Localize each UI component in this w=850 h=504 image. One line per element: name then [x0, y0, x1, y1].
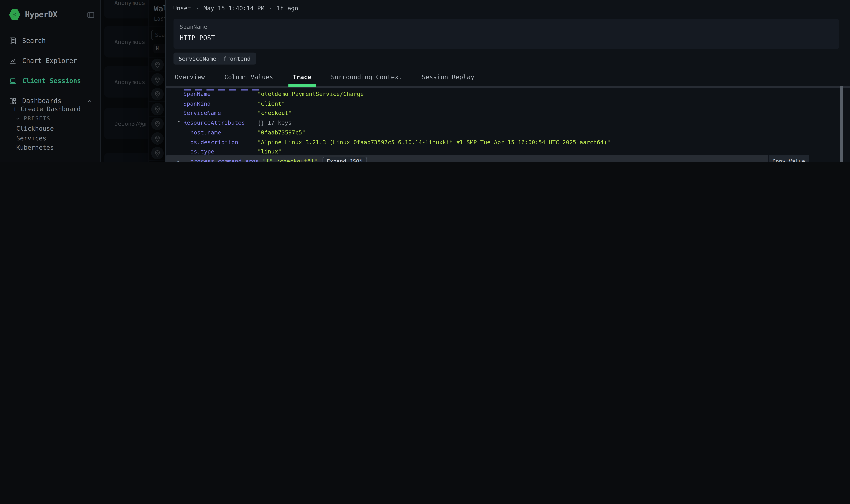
- sidebar-preset-kubernetes[interactable]: Kubernetes: [16, 144, 54, 151]
- tab-surrounding-context[interactable]: Surrounding Context: [331, 73, 402, 81]
- trace-attribute-row-os.type[interactable]: os.type"linux": [166, 147, 850, 156]
- attribute-value: "checkout": [257, 110, 292, 116]
- app-title: HyperDX: [25, 10, 57, 20]
- dashboard-icon: [9, 96, 17, 105]
- plus-icon: +: [13, 105, 17, 113]
- presets-label: PRESETS: [24, 115, 51, 121]
- chevron-down-icon: [15, 116, 21, 121]
- event-header: Unset · May 15 1:40:14 PM · 1h ago: [173, 5, 298, 12]
- sidebar-item-label: Dashboards: [22, 97, 61, 105]
- attribute-value: "Client": [257, 100, 285, 107]
- tab-overview[interactable]: Overview: [175, 73, 205, 81]
- span-name-card: SpanName HTTP POST: [173, 19, 839, 49]
- attribute-value: "0faab73597c5": [257, 129, 305, 135]
- attribute-key: os.description: [166, 139, 254, 145]
- chevron-up-icon: [87, 98, 93, 104]
- sidebar-nav: SearchChart ExplorerClient SessionsDashb…: [0, 33, 100, 109]
- attribute-key: process.command_args: [166, 158, 259, 162]
- trace-attribute-row-ResourceAttributes[interactable]: ▾ResourceAttributes{}17 keys: [166, 118, 850, 127]
- collapse-sidebar-icon[interactable]: [87, 11, 95, 19]
- chart-icon: [9, 56, 17, 65]
- scrollbar-thumb[interactable]: [840, 86, 843, 162]
- span-name-value: HTTP POST: [180, 34, 833, 42]
- sidebar-item-client-sessions[interactable]: Client Sessions: [0, 73, 100, 89]
- sidebar-item-label: Search: [22, 37, 46, 44]
- sidebar-item-label: Client Sessions: [22, 77, 81, 85]
- span-name-label: SpanName: [180, 23, 833, 30]
- sidebar-item-search[interactable]: Search: [0, 33, 100, 49]
- sidebar-divider: [0, 100, 101, 100]
- trace-attribute-row-ServiceName[interactable]: ServiceName"checkout": [166, 108, 850, 118]
- trace-attribute-row-process.command_args[interactable]: ▸process.command_args"["./checkout"]"Exp…: [166, 156, 850, 162]
- attribute-meta: {}17 keys: [257, 119, 292, 126]
- tab-session-replay[interactable]: Session Replay: [422, 73, 474, 81]
- search-log-icon: [9, 36, 17, 45]
- relative-time: 1h ago: [277, 5, 299, 12]
- logo-row: ⚡ HyperDX: [9, 8, 95, 22]
- attribute-key: SpanName: [166, 91, 254, 97]
- attribute-value: "linux": [257, 148, 282, 155]
- expand-json-button[interactable]: Expand JSON: [322, 157, 367, 162]
- attribute-value: "oteldemo.PaymentService/Charge": [257, 91, 367, 97]
- laptop-icon: [9, 76, 17, 85]
- scrollbar[interactable]: [840, 86, 843, 162]
- attribute-key: os.type: [166, 148, 254, 155]
- sidebar-item-label: Chart Explorer: [22, 57, 77, 65]
- tab-bar: OverviewColumn ValuesTraceSurrounding Co…: [175, 69, 474, 85]
- trace-attribute-row-SpanName[interactable]: SpanName"oteldemo.PaymentService/Charge": [166, 89, 850, 98]
- sidebar-preset-clickhouse[interactable]: Clickhouse: [16, 125, 54, 132]
- attribute-value: "["./checkout"]": [263, 158, 318, 162]
- tab-trace[interactable]: Trace: [293, 73, 311, 81]
- hyperdx-lightning-logo-icon: ⚡: [9, 9, 21, 21]
- attribute-key: SpanKind: [166, 100, 254, 107]
- attribute-value: "Alpine Linux 3.21.3 (Linux 0faab73597c5…: [257, 139, 610, 145]
- tab-column-values[interactable]: Column Values: [224, 73, 273, 81]
- presets-toggle[interactable]: PRESETS: [15, 115, 51, 121]
- event-timestamp: May 15 1:40:14 PM: [203, 5, 265, 12]
- sidebar-item-chart-explorer[interactable]: Chart Explorer: [0, 53, 100, 69]
- trace-attribute-row-os.description[interactable]: os.description"Alpine Linux 3.21.3 (Linu…: [166, 137, 850, 147]
- create-dashboard-button[interactable]: + Create Dashboard: [13, 105, 81, 113]
- trace-attribute-tree: SpanName"oteldemo.PaymentService/Charge"…: [166, 89, 850, 162]
- modal-backdrop: [101, 0, 165, 162]
- trace-attribute-row-host.name[interactable]: host.name"0faab73597c5": [166, 127, 850, 137]
- status-badge: Unset: [173, 5, 191, 12]
- sidebar-preset-services[interactable]: Services: [16, 134, 46, 142]
- create-dashboard-label: Create Dashboard: [21, 105, 80, 113]
- attribute-key: ▾ResourceAttributes: [166, 119, 254, 126]
- trace-attribute-row-SpanKind[interactable]: SpanKind"Client": [166, 98, 850, 108]
- attribute-key: ServiceName: [166, 110, 254, 116]
- caret-down-icon: ▾: [178, 119, 180, 124]
- sidebar: ⚡ HyperDX SearchChart ExplorerClient Ses…: [0, 0, 101, 162]
- tab-bottom-border: [166, 86, 850, 88]
- hyperdx-app: ⚡ HyperDX SearchChart ExplorerClient Ses…: [0, 0, 850, 162]
- attribute-key: host.name: [166, 129, 254, 135]
- service-name-tag[interactable]: ServiceName: frontend: [173, 53, 256, 65]
- copy-value-button[interactable]: Copy Value: [768, 155, 809, 162]
- trace-side-panel: Unset · May 15 1:40:14 PM · 1h ago SpanN…: [165, 0, 850, 162]
